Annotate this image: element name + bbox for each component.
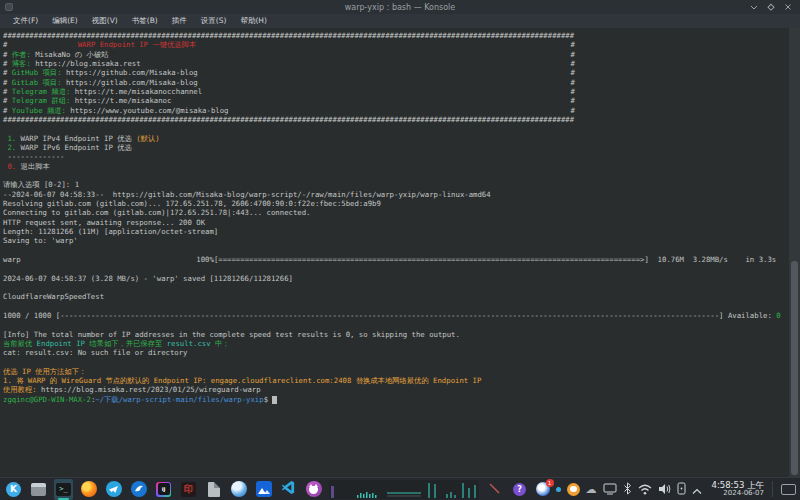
terminal-line: # GitHub 项目: https://github.com/Misaka-b… <box>3 68 575 77</box>
close-button[interactable] <box>784 3 792 11</box>
window-title: warp-yxip : bash — Konsole <box>0 3 800 12</box>
terminal-icon: >_ <box>56 483 71 496</box>
globe-app-task[interactable] <box>229 479 248 500</box>
terminal-line: ------------- <box>3 152 789 161</box>
show-desktop-button[interactable] <box>781 484 796 495</box>
firefox-task[interactable] <box>79 479 98 500</box>
intellij-idea-icon: IJ <box>156 482 171 497</box>
cloud-tray-icon[interactable]: ☁ <box>586 483 597 496</box>
terminal-line: Resolving gitlab.com (gitlab.com)... 172… <box>3 199 789 208</box>
intellij-idea-task[interactable]: IJ <box>154 479 173 500</box>
menu-plugins[interactable]: 插件 <box>165 14 194 28</box>
display-tray-icon[interactable] <box>603 480 617 499</box>
menu-file[interactable]: 文件(F) <box>6 14 45 28</box>
terminal-line: Connecting to gitlab.com (gitlab.com)|17… <box>3 208 789 217</box>
terminal-line: 优选 IP 使用方法如下： <box>3 367 789 376</box>
clock-date: 2024-06-07 <box>712 490 764 497</box>
terminal-line: cat: result.csv: No such file or directo… <box>3 348 789 357</box>
terminal-line: # Telegram 频道: https://t.me/misakanoccha… <box>3 87 575 96</box>
menu-view[interactable]: 视图(V) <box>85 14 125 28</box>
mountains-app-task[interactable] <box>254 479 273 500</box>
terminal-line: Length: 11281266 (11M) [application/octe… <box>3 227 789 236</box>
system-monitor-graph <box>329 480 479 499</box>
terminal-line: 1000 / 1000 [---------------------------… <box>3 311 789 320</box>
menu-bookmarks[interactable]: 书签(B) <box>125 14 165 28</box>
konsole-task[interactable]: >_ <box>54 479 73 500</box>
document-app-task[interactable] <box>204 479 223 500</box>
terminal-line: ########################################… <box>3 115 575 124</box>
terminal-line: # Telegram 群组: https://t.me/misakanoc# <box>3 96 575 105</box>
diagonal-tool-task[interactable] <box>485 479 504 500</box>
terminal-line: 当前最优 Endpoint IP 结果如下，并已保存至 result.csv 中… <box>3 339 789 348</box>
terminal-line: Saving to: 'warp' <box>3 236 789 245</box>
cat-tray-icon[interactable] <box>567 483 580 496</box>
cat-app-icon <box>306 481 322 497</box>
terminal-line: 请输入选项 [0-2]: 1 <box>3 180 789 189</box>
terminal-line <box>3 264 789 273</box>
konsole-window-icon <box>5 3 13 11</box>
menu-help[interactable]: 帮助(H) <box>233 14 274 28</box>
terminal-line: warp 100%[==============================… <box>3 255 789 264</box>
terminal-line <box>3 171 789 180</box>
volume-icon[interactable] <box>658 480 671 499</box>
terminal-line: HTTP request sent, awaiting response... … <box>3 218 789 227</box>
telegram-task[interactable] <box>104 479 123 500</box>
cat-app-task[interactable] <box>304 479 323 500</box>
terminal-line <box>3 302 789 311</box>
terminal-line: zgqinc@GPD-WIN-MAX-2:~/下载/warp-script-ma… <box>3 395 789 404</box>
terminal-line <box>3 246 789 255</box>
terminal-line: # YouTube 频道: https://www.youtube.com/@m… <box>3 106 575 115</box>
terminal-line: 使用教程: https://blog.misaka.rest/2023/01/2… <box>3 385 789 394</box>
kde-logo-icon: K <box>6 482 21 497</box>
scrollbar-thumb[interactable] <box>791 261 798 475</box>
vscode-icon <box>281 480 296 499</box>
terminal-line: # 博客: https://blog.misaka.rest# <box>3 59 575 68</box>
wifi-icon[interactable] <box>638 480 652 499</box>
terminal-line: 1. WARP IPv4 Endpoint IP 优选 (默认) <box>3 134 789 143</box>
desktop-screen: warp-yxip : bash — Konsole 文件(F) 编辑(E) 视… <box>0 0 800 500</box>
taskbar: K >_ IJ 印 <box>0 477 800 500</box>
telegram-icon <box>106 481 122 497</box>
maximize-button[interactable] <box>767 3 775 11</box>
terminal-line: 2. WARP IPv6 Endpoint IP 优选 <box>3 143 789 152</box>
terminal-line: --2024-06-07 04:58:33-- https://gitlab.c… <box>3 190 789 199</box>
terminal-cursor <box>272 396 277 404</box>
menu-edit[interactable]: 编辑(E) <box>45 14 85 28</box>
terminal-line: [Info] The total number of IP addresses … <box>3 330 789 339</box>
diagonal-tool-icon <box>488 480 501 499</box>
menu-bar: 文件(F) 编辑(E) 视图(V) 书签(B) 插件 设置(S) 帮助(H) <box>0 14 800 28</box>
file-manager-icon <box>31 483 46 496</box>
tray-expand-chevron-icon[interactable] <box>692 480 702 499</box>
minimize-button[interactable] <box>750 3 758 11</box>
messenger-tray-icon[interactable]: 1 <box>536 482 550 496</box>
terminal-line: 0. 退出脚本 <box>3 162 789 171</box>
system-monitor-widget[interactable] <box>329 480 479 499</box>
help-task[interactable]: ? <box>510 479 529 500</box>
unread-badge: 1 <box>546 479 554 487</box>
terminal-output[interactable]: ########################################… <box>0 28 789 477</box>
terminal-line <box>3 357 789 366</box>
phone-kdeconnect-icon[interactable] <box>677 480 686 499</box>
panel-separator <box>772 481 773 497</box>
window-titlebar[interactable]: warp-yxip : bash — Konsole <box>0 0 800 14</box>
bluetooth-icon[interactable] <box>623 480 632 499</box>
terminal-scrollbar[interactable] <box>789 28 800 477</box>
system-tray: 1 ☁ <box>536 480 702 499</box>
notification-dot-icon[interactable] <box>556 487 561 492</box>
red-seal-app-icon: 印 <box>181 482 196 497</box>
menu-settings[interactable]: 设置(S) <box>194 14 234 28</box>
terminal-line: # WARP Endpoint IP 一键优选脚本# <box>3 40 575 49</box>
file-manager-task[interactable] <box>29 479 48 500</box>
kde-launcher-button[interactable]: K <box>4 479 23 500</box>
terminal-line: CloudflareWarpSpeedTest <box>3 292 789 301</box>
terminal-line <box>3 124 789 133</box>
terminal-line <box>3 320 789 329</box>
vscode-task[interactable] <box>279 479 298 500</box>
red-seal-app-task[interactable]: 印 <box>179 479 198 500</box>
globe-app-icon <box>231 481 247 497</box>
panel-clock[interactable]: 4:58:53 上午 2024-06-07 <box>712 481 764 497</box>
terminal-line: # GitLab 项目: https://gitlab.com/Misaka-b… <box>3 78 575 87</box>
bird-app-task[interactable] <box>129 479 148 500</box>
terminal-line: ########################################… <box>3 31 575 40</box>
firefox-icon <box>81 481 97 497</box>
